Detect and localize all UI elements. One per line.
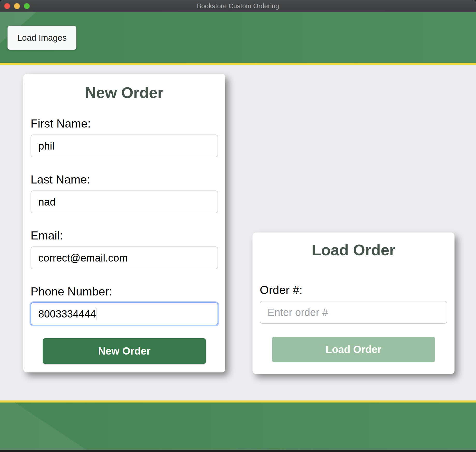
phone-number-input[interactable]: 8003334444 — [31, 302, 218, 325]
order-number-label: Order #: — [260, 283, 447, 297]
email-input[interactable] — [31, 246, 218, 269]
last-name-input[interactable] — [31, 190, 218, 213]
footer-banner — [0, 402, 476, 450]
load-images-button[interactable]: Load Images — [8, 26, 76, 50]
top-accent-line — [0, 63, 476, 65]
load-order-title: Load Order — [260, 242, 447, 259]
text-caret — [97, 308, 97, 320]
titlebar: Bookstore Custom Ordering — [0, 0, 476, 12]
email-label: Email: — [31, 229, 218, 242]
minimize-button[interactable] — [14, 3, 20, 9]
new-order-submit-button[interactable]: New Order — [43, 338, 206, 364]
window-title: Bookstore Custom Ordering — [197, 2, 279, 10]
phone-number-label: Phone Number: — [31, 285, 218, 298]
traffic-lights — [4, 0, 30, 12]
load-order-card: Load Order Order #: Load Order — [253, 232, 455, 374]
main-content: New Order First Name: Last Name: Email: … — [0, 65, 476, 400]
new-order-title: New Order — [31, 84, 218, 101]
new-order-card: New Order First Name: Last Name: Email: … — [23, 74, 225, 372]
window-bottom-edge — [0, 450, 476, 452]
close-button[interactable] — [4, 3, 10, 9]
order-number-input[interactable] — [260, 301, 447, 324]
first-name-label: First Name: — [31, 117, 218, 130]
phone-number-value: 8003334444 — [38, 308, 96, 320]
last-name-label: Last Name: — [31, 173, 218, 186]
app-window: Bookstore Custom Ordering Load Images Ne… — [0, 0, 476, 452]
load-order-submit-button[interactable]: Load Order — [272, 337, 435, 362]
bottom-accent-line — [0, 400, 476, 402]
header-banner: Load Images — [0, 12, 476, 63]
first-name-input[interactable] — [31, 135, 218, 157]
zoom-button[interactable] — [24, 3, 30, 9]
